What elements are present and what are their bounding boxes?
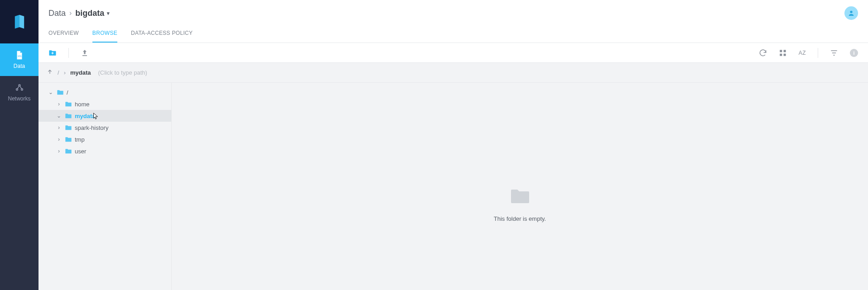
info-icon: i bbox=[850, 49, 858, 57]
sort-az-button[interactable]: AZ bbox=[797, 47, 808, 59]
breadcrumb-current-label: bigdata bbox=[75, 9, 104, 18]
tree-item-home[interactable]: home bbox=[39, 98, 171, 110]
toolbar-separator bbox=[68, 48, 69, 58]
side-rail: 101 Data Networks bbox=[0, 0, 39, 290]
tab-browse[interactable]: BROWSE bbox=[92, 30, 117, 43]
path-bar: / › mydata (Click to type path) bbox=[39, 63, 868, 83]
svg-rect-5 bbox=[82, 55, 87, 56]
folder-icon bbox=[65, 113, 72, 119]
header: Data › bigdata ▾ bbox=[39, 0, 868, 20]
folder-tree: / home mydata bbox=[39, 83, 172, 290]
empty-folder-state: This folder is empty. bbox=[172, 83, 868, 290]
rail-item-data-label: Data bbox=[14, 63, 25, 69]
refresh-icon bbox=[758, 48, 767, 57]
svg-point-3 bbox=[21, 89, 23, 90]
svg-point-4 bbox=[850, 11, 852, 13]
new-folder-button[interactable] bbox=[47, 47, 58, 59]
path-root-slash[interactable]: / bbox=[58, 69, 59, 76]
svg-point-2 bbox=[16, 89, 18, 90]
brand-logo bbox=[0, 0, 39, 43]
empty-folder-icon bbox=[509, 187, 531, 206]
path-current[interactable]: mydata bbox=[70, 69, 91, 76]
tree-item-label: home bbox=[75, 101, 90, 108]
folder-plus-icon bbox=[48, 48, 57, 57]
tab-overview[interactable]: OVERVIEW bbox=[48, 30, 79, 43]
arrow-up-icon bbox=[47, 69, 53, 75]
tabs: OVERVIEW BROWSE DATA-ACCESS POLICY bbox=[39, 20, 868, 43]
chevron-right-icon[interactable] bbox=[56, 101, 62, 107]
network-icon bbox=[14, 83, 24, 93]
info-button[interactable]: i bbox=[848, 47, 860, 59]
tree-item-spark-history[interactable]: spark-history bbox=[39, 122, 171, 133]
rail-item-data[interactable]: 101 Data bbox=[0, 43, 39, 76]
svg-rect-8 bbox=[780, 53, 782, 56]
breadcrumb-separator: › bbox=[69, 9, 72, 17]
chevron-right-icon[interactable] bbox=[56, 136, 62, 143]
filter-button[interactable] bbox=[828, 47, 840, 59]
upload-button[interactable] bbox=[79, 47, 91, 59]
path-chevron: › bbox=[64, 69, 66, 76]
toolbar-right: AZ i bbox=[757, 47, 860, 59]
filter-icon bbox=[829, 48, 839, 57]
svg-point-1 bbox=[19, 85, 20, 86]
brand-logo-icon bbox=[12, 14, 27, 29]
user-icon bbox=[848, 10, 855, 17]
tree-item-label: spark-history bbox=[75, 124, 108, 131]
tree-item-tmp[interactable]: tmp bbox=[39, 133, 171, 145]
folder-icon bbox=[65, 124, 72, 131]
tree-root-label: / bbox=[67, 89, 68, 96]
chevron-down-icon: ▾ bbox=[107, 10, 110, 16]
tree-item-label: tmp bbox=[75, 136, 85, 143]
empty-folder-message: This folder is empty. bbox=[494, 215, 546, 222]
path-input-placeholder[interactable]: (Click to type path) bbox=[98, 69, 147, 76]
svg-rect-6 bbox=[780, 50, 782, 52]
toolbar-left bbox=[47, 47, 91, 59]
main-area: Data › bigdata ▾ OVERVIEW BROWSE DATA-AC… bbox=[39, 0, 868, 290]
chevron-right-icon[interactable] bbox=[56, 124, 62, 131]
rail-item-networks[interactable]: Networks bbox=[0, 76, 39, 109]
upload-icon bbox=[80, 48, 89, 57]
tree-item-label: user bbox=[75, 148, 86, 155]
refresh-button[interactable] bbox=[757, 47, 769, 59]
folder-icon bbox=[65, 136, 72, 143]
content: / home mydata bbox=[39, 83, 868, 290]
toolbar: AZ i bbox=[39, 43, 868, 63]
breadcrumb-root[interactable]: Data bbox=[48, 9, 66, 18]
svg-text:101: 101 bbox=[17, 55, 21, 57]
chevron-down-icon[interactable] bbox=[56, 113, 62, 119]
tree-root[interactable]: / bbox=[39, 86, 171, 98]
parent-dir-button[interactable] bbox=[47, 69, 53, 76]
tree-item-mydata[interactable]: mydata bbox=[39, 110, 171, 122]
breadcrumb: Data › bigdata ▾ bbox=[48, 9, 110, 18]
toolbar-separator-right bbox=[818, 48, 818, 58]
breadcrumb-current-dropdown[interactable]: bigdata ▾ bbox=[75, 9, 110, 18]
svg-rect-7 bbox=[783, 50, 786, 52]
grid-view-button[interactable] bbox=[777, 47, 789, 59]
tree-item-user[interactable]: user bbox=[39, 145, 171, 157]
tab-data-access-policy[interactable]: DATA-ACCESS POLICY bbox=[131, 30, 193, 43]
rail-item-networks-label: Networks bbox=[8, 95, 30, 102]
folder-icon bbox=[65, 101, 72, 107]
grid-icon bbox=[778, 48, 787, 57]
chevron-right-icon[interactable] bbox=[56, 148, 62, 154]
folder-icon bbox=[57, 89, 64, 95]
data-file-icon: 101 bbox=[14, 50, 24, 60]
tree-item-label: mydata bbox=[75, 113, 96, 119]
user-avatar[interactable] bbox=[844, 6, 858, 20]
chevron-down-icon[interactable] bbox=[48, 89, 54, 95]
folder-icon bbox=[65, 148, 72, 154]
svg-rect-9 bbox=[783, 53, 786, 56]
